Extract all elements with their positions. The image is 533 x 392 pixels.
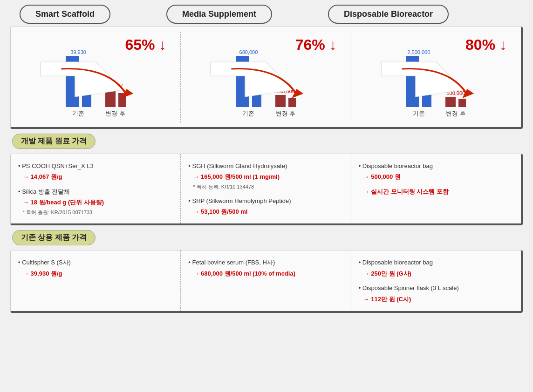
media-bar-blue1	[236, 56, 249, 107]
bioreactor-bars: 2,500,000 기존 500,000 변경 후	[361, 57, 512, 118]
scaffold-after-label: 변경 후	[105, 109, 125, 118]
chart-section: 65% ↓ 39,930 기존	[10, 27, 523, 129]
tab-smart-scaffold[interactable]: Smart Scaffold	[20, 5, 110, 24]
chart-panel-scaffold: 65% ↓ 39,930 기존	[11, 32, 181, 122]
legacy-p2-arrow1: → 680,000 원/500 ml (10% of media)	[188, 268, 343, 279]
media-before-value: 680,000	[239, 49, 258, 55]
dev-p2-arrow1: → 165,000 원/500 ml (1 mg/ml)	[188, 171, 343, 182]
dev-panel-3: Disposable bioreactor bag → 500,000 원 → …	[351, 154, 521, 223]
media-before-label: 기존	[242, 109, 254, 118]
header-tabs: Smart Scaffold Media Supplement Disposab…	[10, 5, 523, 24]
scaffold-percent: 65% ↓	[125, 36, 166, 54]
legacy-p3-bullet1: Disposable bioreactor bag	[359, 257, 513, 268]
media-before-group: 680,000 기존	[236, 49, 261, 118]
main-container: Smart Scaffold Media Supplement Disposab…	[10, 5, 523, 313]
legacy-panel-1: Cultispher S (S사) → 39,930 원/g	[11, 250, 181, 311]
media-bar-red2	[288, 98, 296, 107]
dev-content: PS COOH QSN+Ser_X L3 → 14,067 원/g Silica…	[10, 154, 523, 225]
scaffold-bar-blue1	[66, 56, 79, 107]
legacy-p2-bullet1: Fetal bovine serum (FBS, H사)	[188, 257, 343, 268]
dev-panel-1: PS COOH QSN+Ser_X L3 → 14,067 원/g Silica…	[11, 154, 181, 223]
bioreactor-after-value: 500,000	[446, 90, 465, 96]
legacy-p3-arrow2: → 112만 원 (C사)	[359, 294, 513, 304]
scaffold-after-value: 14,067	[108, 83, 123, 88]
scaffold-bar-red2	[118, 93, 126, 107]
dev-p1-arrow2: → 18 원/bead g (단위 사용량)	[18, 197, 173, 208]
media-after-label: 변경 후	[276, 109, 296, 118]
tab-disposable-bioreactor[interactable]: Disposable Bioreactor	[328, 5, 449, 24]
bioreactor-arrow-svg	[361, 57, 512, 118]
legacy-p1-arrow1: → 39,930 원/g	[18, 268, 173, 279]
media-bar-red1	[275, 95, 286, 107]
bioreactor-before-group: 2,500,000 기존	[406, 49, 431, 118]
dev-p1-bullet1: PS COOH QSN+Ser_X L3	[18, 161, 173, 171]
chart-panel-bioreactor: 80% ↓ 2,500,000 기존 500,000	[351, 32, 521, 122]
dev-p2-note1: * 특허 등록: KR/10 134478	[188, 182, 343, 192]
scaffold-before-group: 39,930 기존	[66, 49, 91, 118]
tab-media-supplement[interactable]: Media Supplement	[166, 5, 272, 24]
dev-p3-bullet1: Disposable bioreactor bag	[359, 161, 513, 171]
dev-p1-note2: * 특허 출원: KR/2015 0071733	[18, 208, 173, 217]
dev-p3-arrow2: → 실시간 모니터링 시스템 포함	[359, 186, 513, 197]
legacy-section: 기존 상용 제품 가격 Cultispher S (S사) → 39,930 원…	[10, 230, 523, 313]
legacy-p3-arrow1: → 250만 원 (G사)	[359, 268, 513, 279]
dev-p2-bullet1: SGH (Silkworm Gland Hydrolysate)	[188, 161, 343, 171]
scaffold-after-group: 14,067 변경 후	[105, 83, 126, 118]
scaffold-before-label: 기존	[72, 109, 84, 118]
dev-p2-arrow2: → 53,100 원/500 ml	[188, 206, 343, 217]
dev-p2-bullet2: SHP (Silkworm Hemolymph Peptide)	[188, 196, 343, 206]
legacy-panel-3: Disposable bioreactor bag → 250만 원 (G사) …	[351, 250, 521, 311]
scaffold-bar-blue2	[82, 65, 91, 107]
dev-p1-bullet2: Silica 방출 전달체	[18, 186, 173, 197]
dev-p3-arrow1: → 500,000 원	[359, 171, 513, 182]
legacy-p1-bullet1: Cultispher S (S사)	[18, 257, 173, 268]
bioreactor-before-value: 2,500,000	[407, 49, 430, 55]
bioreactor-percent: 80% ↓	[465, 36, 507, 54]
media-bars: 680,000 기존 165,000 변경 후	[190, 57, 341, 118]
scaffold-bar-red1	[105, 89, 116, 107]
bioreactor-after-label: 변경 후	[446, 109, 466, 118]
dev-p1-arrow1: → 14,067 원/g	[18, 171, 173, 182]
chart-panel-media: 76% ↓ 680,000 기존 165,000	[181, 32, 351, 122]
legacy-section-title: 기존 상용 제품 가격	[12, 230, 96, 245]
media-after-group: 165,000 변경 후	[275, 88, 296, 118]
scaffold-bars: 39,930 기존 14,067 변경 후	[20, 57, 171, 118]
media-after-value: 165,000	[276, 88, 295, 94]
bioreactor-bar-red2	[458, 99, 466, 107]
dev-panel-2: SGH (Silkworm Gland Hydrolysate) → 165,0…	[181, 154, 351, 223]
bioreactor-bar-red1	[445, 97, 456, 107]
scaffold-before-value: 39,930	[70, 49, 86, 55]
legacy-content: Cultispher S (S사) → 39,930 원/g Fetal bov…	[10, 250, 523, 313]
legacy-p3-bullet2: Disposable Spinner flask (3 L scale)	[359, 283, 513, 293]
media-bar-blue2	[252, 65, 261, 107]
legacy-panel-2: Fetal bovine serum (FBS, H사) → 680,000 원…	[181, 250, 351, 311]
bioreactor-after-group: 500,000 변경 후	[445, 90, 466, 118]
dev-section: 개발 제품 원료 가격 PS COOH QSN+Ser_X L3 → 14,06…	[10, 134, 523, 225]
bioreactor-bar-blue2	[422, 65, 431, 107]
bioreactor-before-label: 기존	[413, 109, 425, 118]
media-percent: 76% ↓	[295, 36, 337, 54]
dev-section-title: 개발 제품 원료 가격	[12, 134, 96, 149]
media-arrow-svg	[190, 57, 341, 118]
scaffold-arrow-svg	[20, 57, 171, 118]
bioreactor-bar-blue1	[406, 56, 419, 107]
